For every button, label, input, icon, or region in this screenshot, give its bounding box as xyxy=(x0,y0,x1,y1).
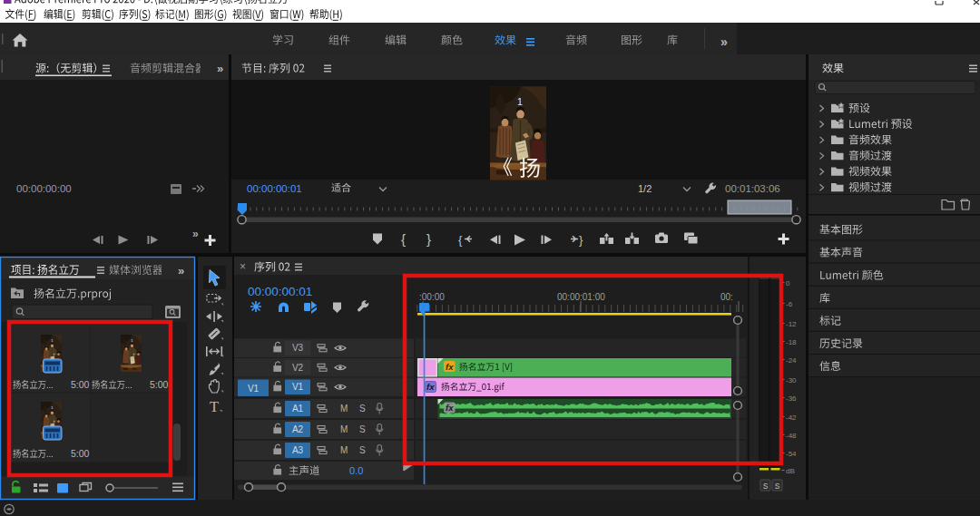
svg-text:V2: V2 xyxy=(292,363,304,373)
svg-text:{: { xyxy=(458,233,463,247)
svg-text:5:00: 5:00 xyxy=(71,379,90,390)
svg-text:A2: A2 xyxy=(292,424,304,434)
svg-text:1/2: 1/2 xyxy=(638,183,652,194)
svg-text:M: M xyxy=(340,445,348,455)
svg-text:»: » xyxy=(192,228,199,240)
svg-text:-24: -24 xyxy=(786,356,797,365)
svg-text:00:00:00:00: 00:00:00:00 xyxy=(16,183,72,194)
svg-text:00:00:01:00: 00:00:01:00 xyxy=(557,292,605,302)
svg-text:}: } xyxy=(426,231,431,247)
svg-text:»: » xyxy=(178,264,184,277)
svg-text:0.0: 0.0 xyxy=(349,465,363,476)
svg-text:-42: -42 xyxy=(786,414,797,422)
svg-text:0: 0 xyxy=(786,279,790,287)
svg-text:}: } xyxy=(579,233,583,247)
svg-text:S: S xyxy=(775,482,780,491)
svg-text:»: » xyxy=(720,34,728,49)
svg-text:-30: -30 xyxy=(786,376,797,385)
svg-text:V1: V1 xyxy=(248,384,260,394)
svg-text:M: M xyxy=(340,404,348,414)
svg-text:A1: A1 xyxy=(292,404,304,414)
svg-text:T: T xyxy=(210,398,219,415)
svg-text:00:00:00:01: 00:00:00:01 xyxy=(248,285,312,298)
svg-text:-36: -36 xyxy=(786,394,797,403)
svg-text:fx: fx xyxy=(446,362,454,372)
svg-text:V3: V3 xyxy=(292,343,304,353)
svg-text:×: × xyxy=(240,260,246,273)
svg-text:fx: fx xyxy=(426,382,435,392)
svg-text:A3: A3 xyxy=(292,445,304,455)
svg-text:00:: 00: xyxy=(720,292,733,302)
svg-text:00:01:03:06: 00:01:03:06 xyxy=(725,183,780,194)
svg-text:{: { xyxy=(401,231,406,247)
svg-text:-12: -12 xyxy=(786,320,797,328)
svg-text:M: M xyxy=(340,424,348,434)
svg-text:5:00: 5:00 xyxy=(150,379,169,390)
svg-text:V1: V1 xyxy=(292,382,304,392)
svg-text:S: S xyxy=(359,445,366,455)
svg-text:S: S xyxy=(359,424,366,434)
svg-text:-18: -18 xyxy=(786,338,797,346)
svg-text:fx: fx xyxy=(446,403,454,413)
svg-text:-48: -48 xyxy=(786,432,797,440)
svg-text:S: S xyxy=(763,482,769,491)
svg-text::00:00: :00:00 xyxy=(419,292,445,302)
svg-text:dB: dB xyxy=(786,467,795,475)
svg-text:S: S xyxy=(359,404,366,414)
svg-text:»: » xyxy=(217,62,223,75)
svg-text:-54: -54 xyxy=(786,450,797,458)
svg-text:5:00: 5:00 xyxy=(71,448,90,459)
svg-text:-6: -6 xyxy=(786,300,793,308)
svg-text:00:00:00:01: 00:00:00:01 xyxy=(247,183,302,194)
